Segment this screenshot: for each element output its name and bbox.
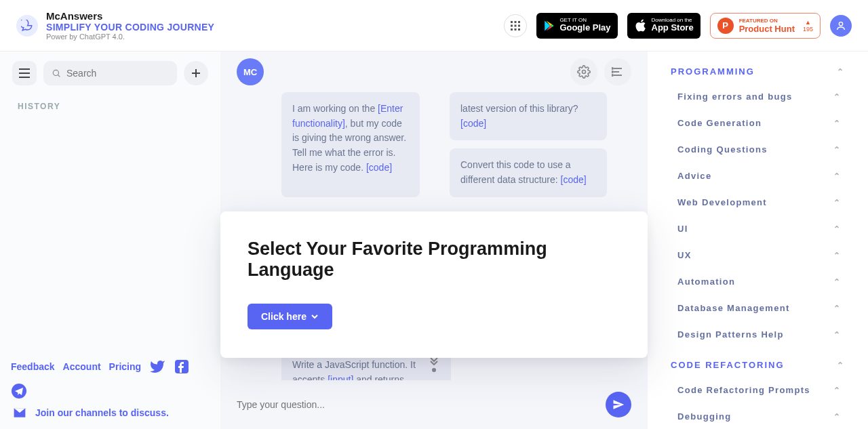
svg-rect-3 (511, 24, 513, 26)
telegram-icon[interactable] (11, 383, 27, 399)
user-avatar-button[interactable] (830, 15, 852, 37)
svg-rect-1 (515, 21, 517, 23)
panel-item[interactable]: Code Refactoring Prompts⌃ (648, 377, 868, 403)
chevron-down-icon (311, 312, 319, 321)
caret-up-icon: ▲ (805, 19, 811, 26)
panel-item[interactable]: Web Development⌃ (648, 189, 868, 216)
chat-input[interactable] (237, 391, 596, 418)
panel-item[interactable]: Coding Questions⌃ (648, 136, 868, 163)
search-input[interactable] (66, 68, 169, 79)
brand-name: McAnswers (46, 10, 214, 22)
chevron-up-icon: ⌃ (833, 145, 841, 155)
google-play-badge[interactable]: GET IT ONGoogle Play (536, 13, 617, 39)
svg-point-19 (583, 70, 586, 74)
facebook-icon[interactable] (174, 359, 190, 375)
chat-avatar: MC (237, 58, 264, 85)
prompt-card[interactable]: I am working on the [Enter functionality… (281, 92, 420, 197)
brand-subtitle: Power by ChatGPT 4.0. (46, 33, 214, 41)
svg-point-13 (53, 70, 58, 75)
search-field[interactable] (43, 61, 177, 85)
panel-item[interactable]: Advice⌃ (648, 163, 868, 189)
chevron-up-icon: ⌃ (833, 119, 841, 128)
header: McAnswers SIMPLIFY YOUR CODING JOURNEY P… (0, 0, 868, 52)
apps-grid-button[interactable] (504, 14, 527, 37)
menu-button[interactable] (12, 61, 37, 85)
chevron-up-icon: ⌃ (833, 171, 841, 181)
chevron-up-icon: ⌃ (833, 92, 841, 102)
chevron-up-icon: ⌃ (833, 198, 841, 207)
panel-toggle-button[interactable] (604, 58, 631, 85)
svg-rect-6 (511, 28, 513, 30)
ph-icon: P (717, 18, 734, 34)
chevron-up-icon: ⌃ (833, 386, 841, 395)
ph-vote-count: 195 (803, 26, 813, 33)
svg-rect-2 (518, 21, 520, 23)
prompt-card[interactable]: latest version of this library? [code] (450, 92, 607, 140)
panel-item[interactable]: UI⌃ (648, 216, 868, 242)
pricing-link[interactable]: Pricing (109, 361, 141, 372)
product-hunt-badge[interactable]: P FEATURED ONProduct Hunt ▲195 (710, 13, 821, 39)
chevron-up-icon: ⌃ (837, 67, 845, 77)
svg-point-24 (612, 71, 613, 73)
prompt-card[interactable]: Convert this code to use a different dat… (450, 148, 607, 197)
feedback-link[interactable]: Feedback (11, 361, 55, 372)
account-link[interactable]: Account (63, 361, 101, 372)
google-big-text: Google Play (559, 23, 610, 33)
chevron-up-icon: ⌃ (833, 224, 841, 234)
ph-big-text: Product Hunt (739, 24, 795, 34)
svg-rect-7 (515, 28, 517, 30)
svg-rect-5 (518, 24, 520, 26)
logo-icon (16, 15, 38, 37)
settings-button[interactable] (570, 58, 597, 85)
panel-item[interactable]: Database Management⌃ (648, 295, 868, 321)
chevron-up-icon: ⌃ (833, 304, 841, 313)
panel-item[interactable]: Design Patterns Help⌃ (648, 321, 868, 348)
svg-point-23 (612, 68, 613, 69)
scroll-down-indicator[interactable] (429, 356, 439, 372)
left-sidebar: HISTORY Feedback Account Pricing Join ou… (0, 52, 220, 429)
section-programming[interactable]: PROGRAMMING⌃ (648, 60, 868, 83)
svg-line-14 (58, 75, 60, 77)
ph-small-text: FEATURED ON (739, 18, 795, 24)
chevron-up-icon: ⌃ (833, 330, 841, 340)
modal-title: Select Your Favorite Programming Languag… (248, 239, 620, 281)
modal-click-here-button[interactable]: Click here (248, 304, 332, 329)
chevron-up-icon: ⌃ (833, 412, 841, 422)
chevron-up-icon: ⌃ (833, 251, 841, 260)
app-store-badge[interactable]: Download on theApp Store (627, 13, 701, 39)
panel-item[interactable]: UX⌃ (648, 242, 868, 268)
join-text: Join our channels to discuss. (35, 407, 169, 418)
new-chat-button[interactable] (184, 61, 208, 85)
svg-rect-0 (511, 21, 513, 23)
send-icon (612, 399, 625, 411)
language-modal: Select Your Favorite Programming Languag… (220, 211, 648, 358)
svg-point-9 (839, 22, 842, 25)
section-code-refactoring[interactable]: CODE REFACTORING⌃ (648, 353, 868, 377)
twitter-icon[interactable] (149, 359, 165, 375)
right-panel: PROGRAMMING⌃ Fixing errors and bugs⌃Code… (648, 52, 868, 429)
chevron-up-icon: ⌃ (833, 277, 841, 287)
send-button[interactable] (606, 392, 631, 417)
panel-item[interactable]: Automation⌃ (648, 268, 868, 295)
search-icon (52, 68, 61, 79)
chevron-up-icon: ⌃ (837, 361, 845, 370)
apple-big-text: App Store (652, 23, 694, 33)
modal-button-label: Click here (261, 311, 307, 322)
join-channels-link[interactable]: Join our channels to discuss. (11, 406, 210, 420)
svg-point-25 (612, 75, 613, 76)
svg-rect-4 (515, 24, 517, 26)
mail-icon (11, 406, 28, 420)
panel-item[interactable]: Debugging⌃ (648, 403, 868, 429)
chat-area: MC I am working on the [Enter functional… (220, 52, 648, 429)
svg-rect-8 (518, 28, 520, 30)
history-heading: HISTORY (0, 95, 220, 118)
panel-item[interactable]: Fixing errors and bugs⌃ (648, 83, 868, 110)
panel-item[interactable]: Code Generation⌃ (648, 110, 868, 136)
brand[interactable]: McAnswers SIMPLIFY YOUR CODING JOURNEY P… (16, 10, 214, 41)
brand-tagline: SIMPLIFY YOUR CODING JOURNEY (46, 22, 214, 33)
